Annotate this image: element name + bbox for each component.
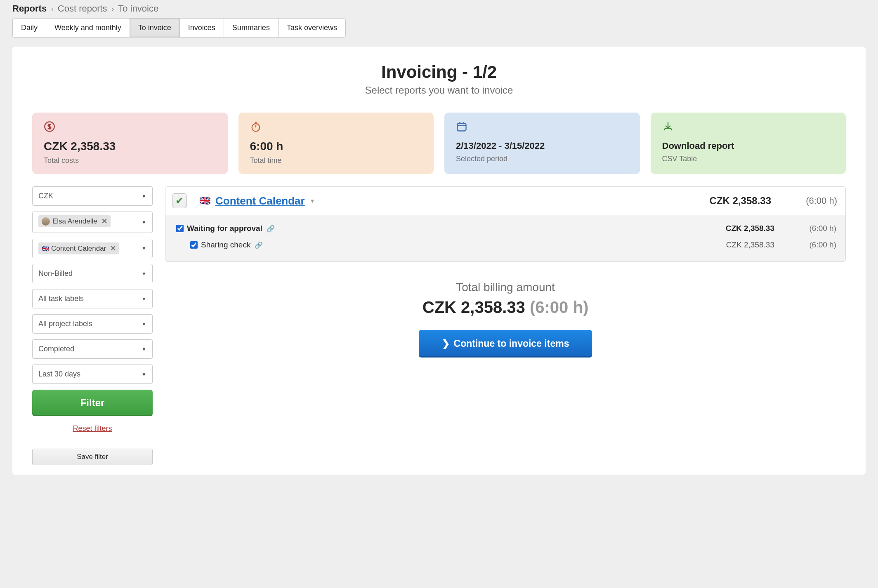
card-total-costs: CZK 2,358.33 Total costs (32, 113, 228, 174)
calendar-icon (456, 121, 628, 134)
billed-select[interactable]: Non-Billed ▼ (32, 264, 153, 283)
chevron-down-icon: ▼ (142, 193, 146, 199)
task-checkbox[interactable] (176, 225, 184, 232)
breadcrumb-mid[interactable]: Cost reports (58, 3, 107, 14)
project-time: (6:00 h) (775, 195, 837, 206)
selected-period-label: Selected period (456, 155, 628, 163)
currency-value: CZK (38, 192, 53, 200)
flag-uk-icon: 🇬🇧 (42, 245, 49, 252)
task-time: (6:00 h) (774, 240, 836, 249)
download-report-title: Download report (662, 141, 835, 151)
task-label: Waiting for approval 🔗 (187, 224, 692, 233)
person-select[interactable]: Elsa Arendelle ✕ ▼ (32, 212, 153, 233)
task-amount: CZK 2,358.33 (692, 224, 774, 233)
task-labels-value: All task labels (38, 294, 84, 303)
chevron-right-icon: › (51, 4, 54, 14)
billed-value: Non-Billed (38, 269, 73, 278)
tab-to-invoice[interactable]: To invoice (130, 19, 180, 37)
page-subtitle: Select reports you want to invoice (32, 85, 846, 96)
card-download-report[interactable]: Download report CSV Table (651, 113, 846, 174)
task-checkbox[interactable] (190, 241, 198, 249)
card-total-time: 6:00 h Total time (238, 113, 434, 174)
chevron-right-icon: › (111, 4, 114, 14)
status-value: Completed (38, 345, 74, 353)
remove-chip-icon[interactable]: ✕ (100, 217, 107, 226)
chevron-down-icon[interactable]: ▼ (310, 198, 315, 204)
avatar-icon (42, 217, 50, 226)
daterange-value: Last 30 days (38, 370, 80, 378)
filter-button[interactable]: Filter (32, 390, 153, 416)
project-link[interactable]: Content Calendar (215, 195, 305, 207)
tab-summaries[interactable]: Summaries (224, 19, 279, 37)
chevron-right-icon: ❯ (442, 338, 450, 349)
tab-invoices[interactable]: Invoices (180, 19, 224, 37)
project-labels-value: All project labels (38, 320, 92, 328)
tab-daily[interactable]: Daily (13, 19, 46, 37)
tab-task-overviews[interactable]: Task overviews (279, 19, 345, 37)
project-chip: 🇬🇧 Content Calendar ✕ (38, 242, 119, 254)
total-costs-value: CZK 2,358.33 (44, 140, 216, 153)
project-select[interactable]: 🇬🇧 Content Calendar ✕ ▼ (32, 239, 153, 259)
project-labels-select[interactable]: All project labels ▼ (32, 314, 153, 334)
stopwatch-icon (250, 121, 422, 134)
project-amount: CZK 2,358.33 (689, 195, 771, 207)
person-chip-label: Elsa Arendelle (52, 217, 97, 226)
download-report-sub: CSV Table (662, 155, 835, 163)
chevron-down-icon: ▼ (142, 219, 146, 225)
save-filter-button[interactable]: Save filter (32, 449, 153, 465)
project-group: ✔ 🇬🇧 Content Calendar ▼ CZK 2,358.33 (6:… (165, 186, 846, 262)
dollar-icon (44, 121, 216, 134)
total-label: Total billing amount (165, 281, 846, 294)
chevron-down-icon: ▼ (142, 296, 146, 302)
chevron-down-icon: ▼ (142, 245, 146, 251)
breadcrumb: Reports › Cost reports › To invoice (12, 3, 866, 14)
tab-weekly-monthly[interactable]: Weekly and monthly (46, 19, 130, 37)
person-chip: Elsa Arendelle ✕ (38, 215, 111, 227)
chevron-down-icon: ▼ (142, 372, 146, 377)
page-title: Invoicing - 1/2 (32, 62, 846, 82)
download-icon (662, 121, 835, 134)
total-time-label: Total time (250, 156, 422, 165)
task-amount: CZK 2,358.33 (706, 240, 774, 249)
remove-chip-icon[interactable]: ✕ (109, 244, 116, 253)
total-value: CZK 2,358.33 (6:00 h) (165, 298, 846, 317)
report-tabs: Daily Weekly and monthly To invoice Invo… (12, 18, 346, 38)
daterange-select[interactable]: Last 30 days ▼ (32, 365, 153, 384)
project-checkbox[interactable]: ✔ (172, 193, 187, 208)
project-chip-label: Content Calendar (51, 245, 106, 253)
total-time-value: 6:00 h (250, 140, 422, 153)
task-labels-select[interactable]: All task labels ▼ (32, 289, 153, 308)
selected-period-value: 2/13/2022 - 3/15/2022 (456, 141, 628, 151)
total-costs-label: Total costs (44, 156, 216, 165)
task-row: Waiting for approval 🔗 CZK 2,358.33 (6:0… (175, 220, 836, 237)
chevron-down-icon: ▼ (142, 321, 146, 327)
link-icon[interactable]: 🔗 (267, 225, 275, 233)
project-name: 🇬🇧 Content Calendar ▼ (199, 195, 684, 207)
reset-filters-link[interactable]: Reset filters (32, 422, 153, 435)
task-time: (6:00 h) (774, 224, 836, 233)
chevron-down-icon: ▼ (142, 271, 146, 277)
link-icon[interactable]: 🔗 (255, 241, 263, 249)
task-label: Sharing check 🔗 (201, 240, 706, 249)
flag-uk-icon: 🇬🇧 (199, 195, 210, 206)
continue-button[interactable]: ❯ Continue to invoice items (419, 330, 592, 358)
breadcrumb-root[interactable]: Reports (12, 3, 47, 14)
breadcrumb-last: To invoice (118, 3, 158, 14)
status-select[interactable]: Completed ▼ (32, 339, 153, 359)
currency-select[interactable]: CZK ▼ (32, 186, 153, 206)
chevron-down-icon: ▼ (142, 346, 146, 352)
card-selected-period[interactable]: 2/13/2022 - 3/15/2022 Selected period (444, 113, 640, 174)
svg-rect-2 (458, 123, 466, 131)
task-row: Sharing check 🔗 CZK 2,358.33 (6:00 h) (175, 237, 836, 253)
